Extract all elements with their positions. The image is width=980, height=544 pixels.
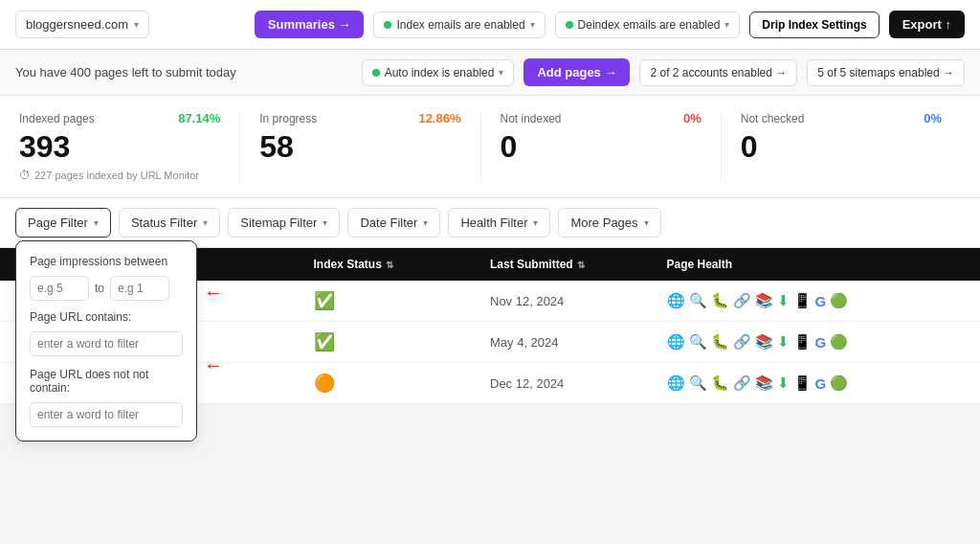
top-nav: bloggersneed.com ▾ Summaries → Index ema… — [0, 0, 980, 50]
sitemap-filter-button[interactable]: Sitemap Filter ▾ — [228, 208, 340, 238]
impressions-range-row: to — [30, 276, 183, 301]
sub-nav: You have 400 pages left to submit today … — [0, 50, 980, 96]
auto-index-dot — [372, 69, 380, 77]
indexed-pages-value: 393 — [19, 129, 220, 165]
index-emails-chevron: ▾ — [530, 19, 535, 30]
domain-chevron-icon: ▾ — [134, 19, 139, 30]
not-indexed-sub — [501, 169, 702, 180]
in-progress-card: In progress 12.86% 58 — [240, 111, 480, 182]
in-progress-sub — [259, 169, 460, 180]
health-icon-mobile: 📱 — [793, 292, 812, 309]
add-pages-button[interactable]: Add pages → — [523, 58, 630, 86]
health-icon-sitemap-3: 🌐 — [667, 374, 685, 392]
health-icon-down-2: ⬇ — [777, 333, 790, 351]
health-icon-link-3: 🔗 — [733, 374, 751, 392]
health-icon-link-2: 🔗 — [733, 333, 751, 351]
arrow-indicator-2: ← — [204, 354, 223, 376]
index-sort-icon[interactable]: ⇅ — [386, 260, 393, 270]
domain-label: bloggersneed.com — [26, 17, 128, 32]
drip-index-settings-button[interactable]: Drip Index Settings — [749, 11, 879, 38]
auto-index-button[interactable]: Auto index is enabled ▾ — [362, 59, 515, 86]
health-filter-chevron: ▾ — [533, 217, 538, 228]
pages-left-text: You have 400 pages left to submit today — [15, 65, 352, 79]
export-button[interactable]: Export ↑ — [889, 11, 965, 38]
health-filter-button[interactable]: Health Filter ▾ — [448, 208, 550, 238]
filter-row: Page Filter ▾ Status Filter ▾ Sitemap Fi… — [0, 198, 980, 248]
th-index-status: Index Status ⇅ — [314, 258, 491, 271]
index-emails-dot — [384, 21, 391, 29]
deindex-emails-chevron: ▾ — [724, 19, 729, 30]
indexed-pages-sub: ⏱ 227 pages indexed by URL Monitor — [19, 169, 220, 182]
page-filter-button[interactable]: Page Filter ▾ — [15, 208, 111, 238]
row-submitted-2: May 4, 2024 — [490, 335, 667, 350]
row-health-1: 🌐 🔍 🐛 🔗 📚 ⬇ 📱 G 🟢 — [667, 292, 962, 309]
status-filter-chevron: ▾ — [203, 217, 208, 228]
more-pages-button[interactable]: More Pages ▾ — [558, 208, 660, 238]
page-filter-dropdown: Page impressions between to ← Page URL c… — [15, 240, 197, 442]
health-icon-google-2: G — [815, 334, 827, 351]
health-icon-bug: 🐛 — [711, 292, 729, 309]
health-icon-google-3: G — [815, 375, 827, 392]
url-contains-input[interactable] — [30, 331, 183, 356]
health-icon-link: 🔗 — [733, 292, 751, 309]
stats-row: Indexed pages 87.14% 393 ⏱ 227 pages ind… — [0, 96, 980, 198]
row-index-2: ✅ — [314, 331, 491, 352]
not-indexed-card: Not indexed 0% 0 — [481, 111, 722, 182]
not-checked-label: Not checked — [741, 112, 805, 125]
health-icon-down-3: ⬇ — [777, 374, 790, 392]
url-not-contains-input[interactable] — [30, 402, 183, 427]
health-icon-stack: 📚 — [755, 292, 773, 309]
health-icon-mobile-2: 📱 — [793, 333, 812, 351]
row-health-2: 🌐 🔍 🐛 🔗 📚 ⬇ 📱 G 🟢 — [667, 333, 962, 351]
indexed-pages-card: Indexed pages 87.14% 393 ⏱ 227 pages ind… — [19, 111, 240, 182]
health-icon-sitemap-2: 🌐 — [667, 333, 685, 351]
health-icon-sitemap: 🌐 — [667, 292, 685, 309]
deindex-emails-tag[interactable]: Deindex emails are enabled ▾ — [555, 11, 741, 38]
th-last-submitted: Last Submitted ⇅ — [490, 258, 667, 271]
index-check-icon-1: ✅ — [314, 290, 335, 311]
in-progress-value: 58 — [259, 129, 460, 165]
accounts-button[interactable]: 2 of 2 accounts enabled → — [639, 59, 797, 86]
impressions-to-input[interactable] — [110, 276, 169, 301]
health-icon-down: ⬇ — [777, 292, 790, 309]
impressions-from-input[interactable] — [30, 276, 89, 301]
index-pending-icon-3: 🟠 — [314, 373, 335, 394]
row-submitted-3: Dec 12, 2024 — [490, 376, 667, 391]
health-icon-bug-2: 🐛 — [711, 333, 729, 351]
row-index-1: ✅ — [314, 290, 491, 311]
health-icon-circle: 🟢 — [830, 292, 848, 309]
row-submitted-1: Nov 12, 2024 — [490, 294, 667, 308]
url-contains-label: Page URL contains: — [30, 310, 183, 324]
health-icon-circle-3: 🟢 — [830, 374, 848, 392]
auto-index-chevron: ▾ — [499, 67, 503, 78]
health-icon-google: G — [815, 293, 827, 309]
submitted-sort-icon[interactable]: ⇅ — [577, 260, 585, 270]
indexed-pages-label: Indexed pages — [19, 112, 95, 125]
not-indexed-label: Not indexed — [501, 112, 562, 125]
not-indexed-value: 0 — [501, 129, 702, 165]
health-icon-search-3: 🔍 — [689, 374, 707, 392]
health-icon-circle-2: 🟢 — [830, 333, 848, 351]
arrow-indicator-1: ← — [204, 282, 223, 304]
more-pages-chevron: ▾ — [644, 217, 649, 228]
not-checked-sub — [741, 169, 942, 180]
not-checked-card: Not checked 0% 0 — [722, 111, 961, 182]
page-filter-chevron: ▾ — [94, 217, 99, 228]
domain-selector[interactable]: bloggersneed.com ▾ — [15, 11, 149, 38]
index-emails-tag[interactable]: Index emails are enabled ▾ — [373, 11, 545, 38]
health-icon-search-2: 🔍 — [689, 333, 707, 351]
in-progress-label: In progress — [259, 112, 317, 125]
sitemaps-button[interactable]: 5 of 5 sitemaps enabled → — [807, 59, 965, 86]
th-page-health: Page Health — [667, 258, 962, 271]
health-icon-search: 🔍 — [689, 292, 707, 309]
url-not-contains-label: Page URL does not not contain: — [30, 368, 183, 395]
not-checked-value: 0 — [741, 129, 942, 165]
status-filter-button[interactable]: Status Filter ▾ — [119, 208, 220, 238]
row-health-3: 🌐 🔍 🐛 🔗 📚 ⬇ 📱 G 🟢 — [667, 374, 962, 392]
not-indexed-pct: 0% — [683, 111, 702, 125]
row-index-3: 🟠 — [314, 373, 491, 394]
summaries-button[interactable]: Summaries → — [255, 11, 365, 38]
date-filter-button[interactable]: Date Filter ▾ — [347, 208, 440, 238]
health-icon-stack-3: 📚 — [755, 374, 773, 392]
health-icon-mobile-3: 📱 — [793, 374, 812, 392]
